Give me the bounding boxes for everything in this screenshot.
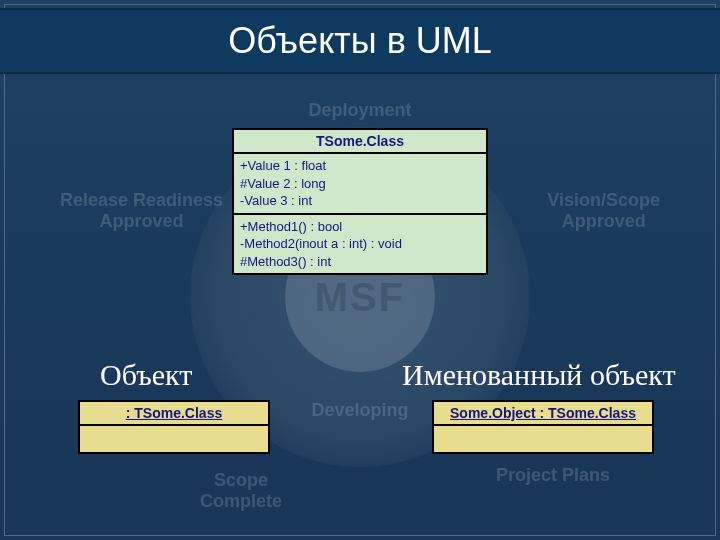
watermark-scope: ScopeComplete [200, 470, 282, 512]
uml-operation: +Method1() : bool [240, 218, 480, 236]
uml-class-attributes: +Value 1 : float #Value 2 : long -Value … [234, 154, 486, 215]
watermark-release: Release ReadinessApproved [60, 190, 223, 232]
uml-operation: -Method2(inout a : int) : void [240, 235, 480, 253]
uml-class-box: TSome.Class +Value 1 : float #Value 2 : … [232, 128, 488, 275]
uml-attribute: +Value 1 : float [240, 157, 480, 175]
watermark-project: Project Plans [496, 465, 610, 486]
uml-class-operations: +Method1() : bool -Method2(inout a : int… [234, 215, 486, 274]
title-bar: Объекты в UML [0, 8, 720, 74]
uml-object-named: Some.Object : TSome.Class [432, 400, 654, 454]
uml-attribute: #Value 2 : long [240, 175, 480, 193]
uml-object-name: Some.Object : TSome.Class [434, 402, 652, 426]
bg-msf-label: MSF [315, 275, 405, 320]
uml-object-body [80, 426, 268, 452]
label-object: Объект [100, 358, 192, 392]
watermark-developing: Developing [311, 400, 408, 421]
watermark-vision: Vision/ScopeApproved [547, 190, 660, 232]
uml-class-name: TSome.Class [234, 130, 486, 154]
uml-attribute: -Value 3 : int [240, 192, 480, 210]
label-named-object: Именованный объект [402, 358, 676, 392]
slide-title: Объекты в UML [0, 20, 720, 62]
watermark-deployment: Deployment [308, 100, 411, 121]
uml-operation: #Method3() : int [240, 253, 480, 271]
uml-object-name: : TSome.Class [80, 402, 268, 426]
uml-object-body [434, 426, 652, 452]
uml-object-anonymous: : TSome.Class [78, 400, 270, 454]
